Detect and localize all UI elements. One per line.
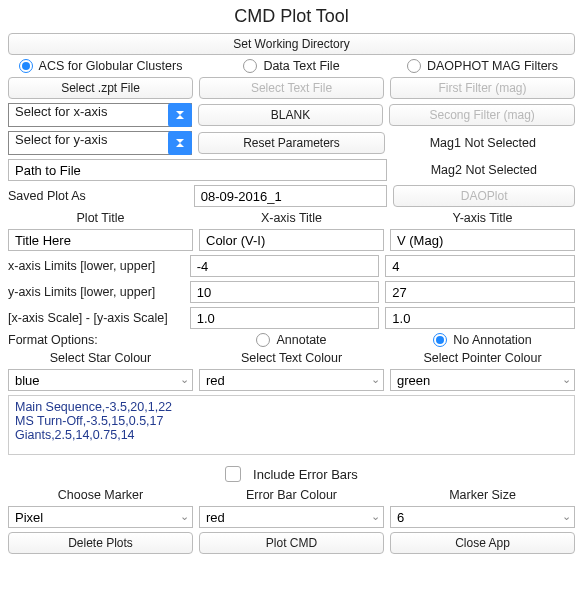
select-zpt-button[interactable]: Select .zpt File (8, 77, 193, 99)
star-colour-select[interactable]: ⌄ (8, 369, 193, 391)
marker-select[interactable]: ⌄ (8, 506, 193, 528)
text-colour-header: Select Text Colour (199, 351, 384, 365)
sequence-textarea[interactable] (8, 395, 575, 455)
xscale-input[interactable] (190, 307, 380, 329)
select-textfile-button: Select Text File (199, 77, 384, 99)
include-errorbars-checkbox[interactable] (225, 466, 241, 482)
plot-cmd-button[interactable]: Plot CMD (199, 532, 384, 554)
mode-daophot-label: DAOPHOT MAG Filters (427, 59, 558, 73)
xaxis-select[interactable]: Select for x-axis (8, 103, 192, 127)
errcol-header: Error Bar Colour (199, 488, 384, 502)
mode-datatext-label: Data Text File (263, 59, 339, 73)
xlim-high-input[interactable] (385, 255, 575, 277)
xlim-label: x-axis Limits [lower, upper] (8, 259, 184, 273)
radio-icon (407, 59, 421, 73)
xaxis-title-header: X-axis Title (199, 211, 384, 225)
ylim-label: y-axis Limits [lower, upper] (8, 285, 184, 299)
set-working-dir-button[interactable]: Set Working Directory (8, 33, 575, 55)
markersize-header: Marker Size (390, 488, 575, 502)
mode-daophot-radio[interactable]: DAOPHOT MAG Filters (390, 59, 575, 73)
no-annotate-label: No Annotation (453, 333, 532, 347)
mag2-status: Mag2 Not Selected (393, 163, 575, 177)
radio-icon (243, 59, 257, 73)
yscale-input[interactable] (385, 307, 575, 329)
mode-datatext-radio[interactable]: Data Text File (199, 59, 384, 73)
marker-header: Choose Marker (8, 488, 193, 502)
path-input[interactable] (8, 159, 387, 181)
plot-title-input[interactable] (8, 229, 193, 251)
scale-label: [x-axis Scale] - [y-axis Scale] (8, 311, 184, 325)
annotate-label: Annotate (276, 333, 326, 347)
second-filter-button: Secong Filter (mag) (389, 104, 575, 126)
xlim-low-input[interactable] (190, 255, 380, 277)
delete-plots-button[interactable]: Delete Plots (8, 532, 193, 554)
first-filter-button: First Filter (mag) (390, 77, 575, 99)
saved-as-label: Saved Plot As (8, 189, 188, 203)
daoplot-button: DAOPlot (393, 185, 575, 207)
annotate-radio[interactable]: Annotate (199, 333, 384, 347)
markersize-select[interactable]: ⌄ (390, 506, 575, 528)
radio-icon (19, 59, 33, 73)
star-colour-header: Select Star Colour (8, 351, 193, 365)
pointer-colour-select[interactable]: ⌄ (390, 369, 575, 391)
plot-title-header: Plot Title (8, 211, 193, 225)
close-app-button[interactable]: Close App (390, 532, 575, 554)
pointer-colour-header: Select Pointer Colour (390, 351, 575, 365)
xaxis-title-input[interactable] (199, 229, 384, 251)
radio-icon (256, 333, 270, 347)
yaxis-select[interactable]: Select for y-axis (8, 131, 192, 155)
yaxis-title-input[interactable] (390, 229, 575, 251)
radio-icon (433, 333, 447, 347)
app-title: CMD Plot Tool (8, 6, 575, 27)
mag1-status: Mag1 Not Selected (391, 136, 575, 150)
text-colour-select[interactable]: ⌄ (199, 369, 384, 391)
mode-acs-radio[interactable]: ACS for Globular Clusters (8, 59, 193, 73)
include-errorbars-label: Include Error Bars (253, 467, 358, 482)
mode-acs-label: ACS for Globular Clusters (39, 59, 183, 73)
saved-as-input[interactable] (194, 185, 388, 207)
ylim-low-input[interactable] (190, 281, 380, 303)
errorbar-colour-select[interactable]: ⌄ (199, 506, 384, 528)
no-annotate-radio[interactable]: No Annotation (390, 333, 575, 347)
yaxis-title-header: Y-axis Title (390, 211, 575, 225)
ylim-high-input[interactable] (385, 281, 575, 303)
format-options-label: Format Options: (8, 333, 193, 347)
reset-params-button[interactable]: Reset Parameters (198, 132, 384, 154)
blank-button[interactable]: BLANK (198, 104, 384, 126)
